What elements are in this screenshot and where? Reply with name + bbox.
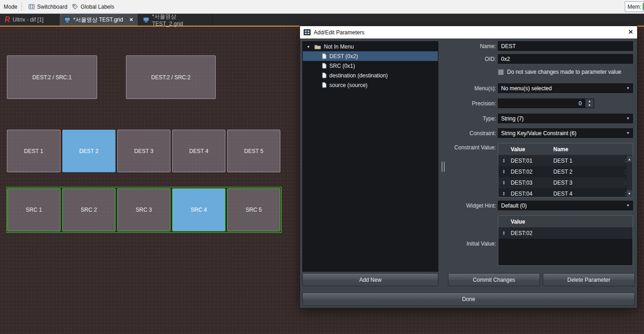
dialog-icon [304,29,311,35]
table-body: ▲▼ DEST:02 [498,228,633,239]
add-new-button[interactable]: Add New [302,273,438,286]
scroll-up-icon[interactable]: ▲ [626,155,633,163]
type-dropdown[interactable]: String (7) ▼ [498,114,633,123]
scrollbar-track[interactable] [626,163,633,190]
drag-handle-icon[interactable]: ▲▼ [498,159,509,163]
tree-item-label: source (source) [329,82,367,88]
memory-indicator: Mem: [625,1,644,12]
widget-hint-label: Widget Hint: [445,203,496,209]
row-value: DEST:02 [509,230,553,236]
row-name: DEST 1 [553,158,622,164]
drag-handle-icon[interactable]: ▲▼ [498,170,509,174]
row-value: DEST:02 [509,169,553,175]
grid-button-src-3[interactable]: SRC 3 [117,188,170,231]
tree-item-destination[interactable]: destination (destination) [303,71,438,80]
drag-handle-icon[interactable]: ▲▼ [498,192,509,196]
dialog-title: Add/Edit Parameters [314,29,365,36]
menus-dropdown[interactable]: No menu(s) selected ▼ [498,83,633,93]
constraint-value: String Key/Value Constraint (6) [501,130,577,137]
tree-item-source[interactable]: source (source) [303,80,438,90]
tree-item-dest[interactable]: DEST (0x2) [303,51,438,61]
delete-parameter-button[interactable]: Delete Parameter [543,273,635,286]
drag-handle-icon[interactable]: ▲▼ [498,231,509,235]
dialog-close-icon[interactable]: × [628,27,633,37]
mode-menu[interactable]: Mode [4,4,17,10]
constraint-row[interactable]: ▲▼ DEST:02 DEST 2 × [498,166,633,177]
menus-label: Menu(s): [445,85,496,92]
commit-changes-button[interactable]: Commit Changes [448,273,540,286]
switchboard-button[interactable]: Switchboard [26,3,70,11]
spinner-up-icon[interactable]: ▲ [588,99,591,103]
grid-button-dest-5[interactable]: DEST 5 [227,130,280,172]
name-column-header: Name [553,146,633,153]
switchboard-icon [28,4,35,10]
tree-item-label: destination (destination) [329,72,387,79]
constraint-row[interactable]: ▲▼ DEST:04 DEST 4 × [498,188,633,197]
type-value: String (7) [501,115,524,122]
tree-item-label: SRC (0x1) [329,63,355,69]
menubar: Mode Switchboard Global Labels Mem: [0,0,644,14]
precision-input[interactable]: 0 [498,99,585,108]
oid-input[interactable]: 0x2 [498,54,633,64]
grid-button-combo-2[interactable]: DEST:2 / SRC:2 [126,55,216,99]
menus-value: No menu(s) selected [501,85,552,92]
row-name: DEST 4 [553,191,622,197]
table-body: ▲▼ DEST:01 DEST 1 × ▲▼ DEST:02 DEST 2 × … [498,155,633,197]
save-checkbox[interactable] [498,69,504,75]
constraint-row[interactable]: ▲▼ DEST:01 DEST 1 × [498,155,633,166]
grid-button-combo-1[interactable]: DEST:2 / SRC:1 [7,55,97,99]
grid-button-dest-3[interactable]: DEST 3 [117,130,170,172]
tab-ultrix[interactable]: R Ultrix - dif [1] [0,14,60,26]
grid-button-dest-2[interactable]: DEST 2 [62,130,115,172]
monitor-icon [143,17,149,22]
grid-button-src-4[interactable]: SRC 4 [172,188,225,231]
grid-button-dest-4[interactable]: DEST 4 [172,130,225,172]
precision-spinner[interactable]: ▲ ▼ [585,99,594,108]
row-value: DEST:03 [509,180,553,186]
spinner-down-icon[interactable]: ▼ [588,104,591,107]
tab-grid-2[interactable]: *서울영상 TEST_2.grid [138,14,213,26]
grid-button-dest-1[interactable]: DEST 1 [7,130,60,172]
chevron-down-icon: ▼ [626,131,630,135]
ross-logo-icon: R [5,16,10,23]
constraint-row[interactable]: ▲▼ DEST:03 DEST 3 × [498,177,633,188]
grid-button-src-2[interactable]: SRC 2 [62,188,115,231]
save-checkbox-row[interactable]: Do not save changes made to parameter va… [498,69,621,75]
splitter-grip[interactable] [442,162,445,172]
scroll-down-icon[interactable]: ▼ [626,190,633,197]
tree-item-not-in-menu[interactable]: ▾ Not In Menu [303,42,438,51]
widget-hint-dropdown[interactable]: Default (0) ▼ [498,201,633,210]
folder-icon [314,44,321,49]
name-input[interactable]: DEST [498,41,633,51]
tab-grid-2-label: *서울영상 TEST_2.grid [152,13,207,27]
grid-button-src-5[interactable]: SRC 5 [227,188,280,231]
done-button[interactable]: Done [302,292,635,306]
tab-grid-1-label: *서울영상 TEST.grid [73,16,123,24]
file-icon [322,72,327,78]
save-checkbox-label: Do not save changes made to parameter va… [507,69,621,75]
row-value: DEST:04 [509,191,553,197]
constraint-dropdown[interactable]: String Key/Value Constraint (6) ▼ [498,128,633,138]
table-header: Value Name [498,143,633,155]
initial-value-label: Initial Value: [445,241,496,247]
constraint-value-label: Constraint Value: [445,144,496,151]
chevron-down-icon: ▼ [626,203,630,208]
table-scrollbar[interactable]: ▲ ▼ [626,155,633,197]
grid-button-src-1[interactable]: SRC 1 [7,188,60,231]
drag-handle-icon[interactable]: ▲▼ [498,181,509,185]
tree-item-src[interactable]: SRC (0x1) [303,61,438,71]
constraint-label: Constraint: [445,130,496,137]
chevron-down-icon: ▼ [626,116,630,120]
value-column-header: Value [509,219,553,225]
tree-root-label: Not In Menu [324,44,354,50]
expand-arrow-icon[interactable]: ▾ [307,44,311,49]
tab-grid-1[interactable]: *서울영상 TEST.grid × [60,14,138,26]
tab-close-icon[interactable]: × [130,17,133,22]
global-labels-button[interactable]: Global Labels [70,3,116,11]
file-icon [322,63,327,69]
row-name: DEST 3 [553,180,622,186]
initial-value-row[interactable]: ▲▼ DEST:02 [498,228,633,239]
dialog-titlebar[interactable]: Add/Edit Parameters × [300,26,637,38]
constraint-value-table: Value Name ▲▼ DEST:01 DEST 1 × ▲▼ DEST:0… [498,143,633,197]
oid-label: OID: [445,56,496,62]
